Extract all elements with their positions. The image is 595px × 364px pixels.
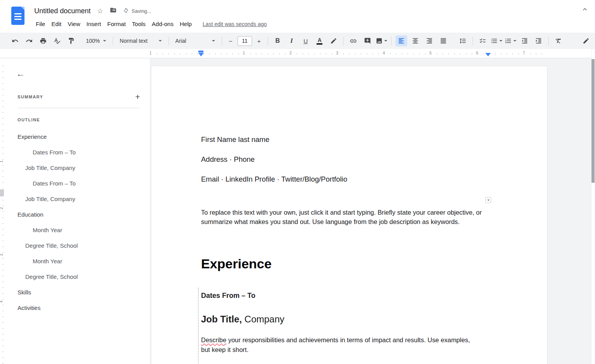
decrease-indent-icon: [521, 37, 528, 44]
doc-name-line[interactable]: First Name last name: [201, 135, 547, 144]
insert-image-button[interactable]: [376, 35, 387, 46]
checklist-button[interactable]: [477, 35, 488, 46]
star-icon[interactable]: ☆: [97, 8, 103, 14]
last-edit-link[interactable]: Last edit was seconds ago: [203, 21, 267, 27]
increase-indent-button[interactable]: [533, 35, 544, 46]
menu-format[interactable]: Format: [104, 19, 129, 29]
misspelled-word[interactable]: Describe: [201, 336, 226, 343]
close-outline-button[interactable]: ←: [16, 69, 25, 78]
scrollbar-track[interactable]: [591, 49, 595, 364]
redo-button[interactable]: [23, 35, 35, 46]
ruler-vertical[interactable]: 1234: [0, 58, 6, 364]
experience-heading[interactable]: Experience: [201, 256, 547, 271]
font-value: Arial: [175, 38, 186, 44]
outline-item[interactable]: Dates From – To: [6, 175, 150, 191]
document-canvas: First Name last name Address · Phone Ema…: [150, 58, 591, 364]
document-title[interactable]: Untitled document: [34, 7, 91, 15]
outline-item[interactable]: Job Title, Company: [6, 191, 150, 206]
undo-icon: [12, 37, 19, 44]
docs-logo-lines: [14, 13, 21, 20]
outline-item[interactable]: Job Title, Company: [6, 160, 150, 175]
dates-line[interactable]: Dates From – To: [201, 291, 547, 300]
doc-summary-paragraph[interactable]: To replace this text with your own, just…: [201, 208, 491, 226]
title-row: Untitled document ☆ Saving...: [34, 5, 151, 17]
sync-icon: [123, 8, 129, 14]
undo-button[interactable]: [9, 35, 21, 46]
bulleted-list-icon: [491, 37, 498, 44]
increase-font-size-button[interactable]: +: [254, 35, 264, 46]
spellcheck-button[interactable]: [51, 35, 63, 46]
add-comment-icon: [364, 37, 371, 44]
move-folder-icon[interactable]: [110, 7, 117, 15]
outline-item[interactable]: Experience: [6, 129, 150, 144]
job-title-line[interactable]: Job Title, Company: [201, 313, 547, 325]
doc-contact-line-2[interactable]: Email · LinkedIn Profile · Twitter/Blog/…: [201, 174, 547, 184]
left-indent-marker[interactable]: [198, 53, 204, 56]
job-title-regular: Company: [242, 314, 284, 324]
align-justify-button[interactable]: [438, 35, 449, 46]
link-icon: [350, 37, 357, 45]
add-comment-button[interactable]: [362, 35, 373, 46]
template-dropdown-button[interactable]: [485, 197, 491, 203]
outline-item[interactable]: Degree Title, School: [6, 238, 150, 253]
numbered-list-button[interactable]: [505, 35, 516, 46]
menu-add-ons[interactable]: Add-ons: [149, 19, 177, 29]
border-color-button[interactable]: [580, 35, 592, 46]
text-color-button[interactable]: A: [314, 35, 326, 46]
menu-tools[interactable]: Tools: [129, 19, 149, 29]
paragraph-style-dropdown[interactable]: Normal text: [117, 35, 164, 46]
bold-button[interactable]: B: [272, 35, 284, 46]
saving-status-text: Saving...: [131, 8, 151, 14]
outline-item[interactable]: Month Year: [6, 253, 150, 269]
zoom-dropdown[interactable]: 100%: [83, 35, 109, 46]
doc-contact-line-1[interactable]: Address · Phone: [201, 154, 547, 164]
toolbar-separator: [343, 37, 344, 46]
describe-paragraph[interactable]: Describe your responsibilities and achie…: [201, 335, 473, 354]
align-left-button[interactable]: [396, 35, 407, 46]
line-spacing-button[interactable]: [457, 35, 469, 46]
first-line-indent-marker[interactable]: [198, 51, 203, 52]
paint-format-button[interactable]: [65, 35, 77, 46]
print-button[interactable]: [37, 35, 49, 46]
underline-button[interactable]: U: [300, 35, 312, 46]
outline-label: OUTLINE: [18, 117, 40, 122]
font-dropdown[interactable]: Arial: [173, 35, 218, 46]
right-indent-marker[interactable]: [485, 53, 491, 56]
document-page[interactable]: First Name last name Address · Phone Ema…: [151, 66, 548, 364]
hide-menus-icon[interactable]: [581, 5, 589, 15]
chevron-down-icon: [487, 200, 490, 201]
menu-insert[interactable]: Insert: [83, 19, 104, 29]
outline-item[interactable]: Degree Title, School: [6, 269, 150, 284]
scrollbar-thumb[interactable]: [592, 59, 595, 183]
decrease-font-size-button[interactable]: −: [226, 35, 235, 46]
italic-button[interactable]: I: [286, 35, 298, 46]
insert-link-button[interactable]: [348, 35, 359, 46]
ruler-horizontal[interactable]: 11234567: [0, 49, 595, 58]
decrease-indent-button[interactable]: [519, 35, 530, 46]
clear-formatting-button[interactable]: [553, 35, 564, 46]
menu-bar: FileEditViewInsertFormatToolsAdd-onsHelp: [33, 19, 195, 29]
outline-item[interactable]: Dates From – To: [6, 144, 150, 160]
toolbar-separator: [268, 37, 268, 46]
font-size-input[interactable]: 11: [238, 36, 252, 46]
align-center-button[interactable]: [410, 35, 421, 46]
align-right-button[interactable]: [424, 35, 435, 46]
docs-logo-icon[interactable]: [11, 7, 24, 25]
ruler-number: 7: [522, 51, 526, 55]
toolbar-separator: [472, 37, 473, 46]
pen-icon: [583, 37, 590, 44]
menu-edit[interactable]: Edit: [48, 19, 65, 29]
add-summary-button[interactable]: +: [135, 93, 140, 101]
sidebar-divider: [18, 108, 140, 108]
chevron-down-icon: [103, 40, 106, 42]
menu-file[interactable]: File: [33, 19, 48, 29]
menu-view[interactable]: View: [65, 19, 83, 29]
bulleted-list-button[interactable]: [491, 35, 502, 46]
highlight-color-button[interactable]: [328, 35, 340, 46]
outline-item[interactable]: Activities: [6, 300, 150, 315]
menu-help[interactable]: Help: [177, 19, 195, 29]
outline-item[interactable]: Skills: [6, 284, 150, 300]
highlight-icon: [330, 37, 337, 44]
outline-item[interactable]: Education: [6, 206, 150, 222]
outline-item[interactable]: Month Year: [6, 222, 150, 238]
